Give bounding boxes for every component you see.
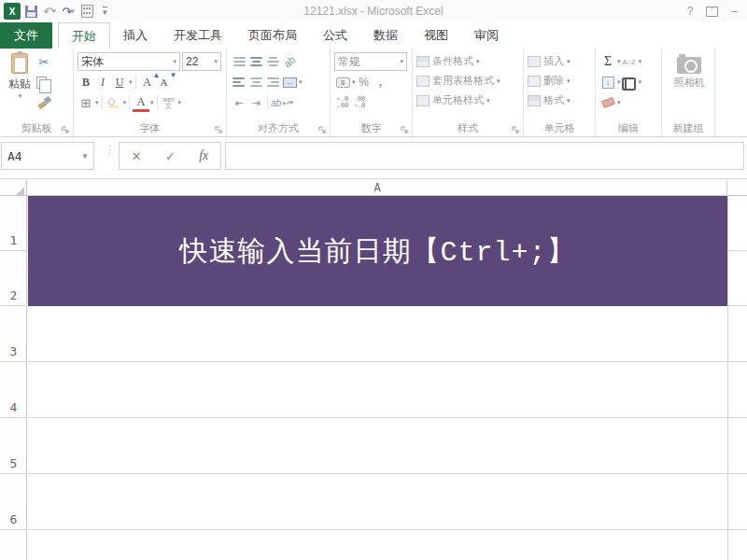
- cancel-button[interactable]: ✕: [132, 149, 142, 163]
- row-header-1[interactable]: 1: [0, 196, 27, 251]
- tab-home[interactable]: 开始: [58, 22, 110, 49]
- ribbon-display-options-button[interactable]: [706, 7, 718, 17]
- clear-dropdown-icon[interactable]: ▾: [617, 99, 621, 106]
- redo-dropdown-icon[interactable]: ▾: [71, 7, 75, 15]
- fill-color-dropdown-icon[interactable]: ▾: [123, 99, 127, 106]
- wrap-dropdown-icon[interactable]: ▾: [290, 99, 294, 106]
- clipboard-dialog-launcher-icon[interactable]: [62, 126, 70, 134]
- row-header-3[interactable]: 3: [0, 306, 27, 362]
- fill-color-button[interactable]: [106, 93, 122, 112]
- undo-dropdown-icon[interactable]: ▾: [52, 7, 56, 15]
- paste-button[interactable]: 粘贴 ▾: [4, 51, 35, 100]
- clear-button[interactable]: [599, 93, 616, 112]
- merge-center-button[interactable]: ↔: [281, 73, 298, 91]
- tab-view[interactable]: 视图: [411, 22, 461, 49]
- find-select-button[interactable]: [621, 73, 638, 91]
- number-format-select[interactable]: 常规▾: [334, 52, 407, 71]
- percent-button[interactable]: %: [356, 73, 373, 91]
- underline-dropdown-icon[interactable]: ▾: [129, 78, 133, 86]
- font-color-button[interactable]: A: [133, 93, 149, 112]
- cut-button[interactable]: ✂: [35, 52, 52, 71]
- group-editing: Σ▾ A↓Z▾ ↓▾ ▾ ▾ 编辑: [596, 49, 662, 136]
- name-box[interactable]: A4 ▼: [1, 142, 94, 170]
- find-dropdown-icon[interactable]: ▾: [639, 78, 642, 86]
- alignment-dialog-launcher-icon[interactable]: [318, 126, 327, 134]
- underline-button[interactable]: U: [111, 73, 128, 91]
- minimize-button[interactable]: –: [731, 5, 738, 18]
- decrease-indent-button[interactable]: ⇤: [231, 93, 247, 112]
- banner-cell-a1[interactable]: 快速输入当前日期【Ctrl+;】: [28, 196, 727, 306]
- font-dialog-launcher-icon[interactable]: [215, 126, 223, 134]
- formula-row: A4 ▼ ⋮ ✕ ✓ fx: [0, 137, 747, 175]
- row-header-6[interactable]: 6: [0, 474, 27, 530]
- italic-button[interactable]: I: [94, 73, 111, 91]
- enter-button[interactable]: ✓: [165, 149, 176, 163]
- align-left-button[interactable]: [231, 73, 247, 91]
- formula-bar-input[interactable]: [225, 142, 744, 170]
- row-header-4[interactable]: 4: [0, 362, 27, 418]
- row-header-5[interactable]: 5: [0, 418, 27, 474]
- tab-data[interactable]: 数据: [360, 22, 411, 49]
- select-all-button[interactable]: [0, 180, 27, 196]
- borders-dropdown-icon[interactable]: ▾: [95, 99, 99, 106]
- conditional-formatting-button[interactable]: 条件格式▾: [416, 51, 521, 71]
- accounting-format-button[interactable]: $: [334, 73, 351, 91]
- sort-dropdown-icon[interactable]: ▾: [639, 58, 642, 65]
- fill-button[interactable]: ↓: [599, 73, 616, 91]
- wrap-text-button[interactable]: ab↩: [271, 93, 289, 112]
- styles-dialog-launcher-icon[interactable]: [512, 126, 520, 134]
- brush-icon: [38, 97, 50, 108]
- tab-review[interactable]: 审阅: [461, 22, 512, 49]
- bold-button[interactable]: B: [78, 73, 94, 91]
- customize-qat-button[interactable]: ▾: [103, 7, 107, 16]
- tab-developer[interactable]: 开发工具: [161, 22, 235, 49]
- format-as-table-button[interactable]: 套用表格格式▾: [416, 71, 521, 91]
- excel-logo-icon[interactable]: X: [4, 2, 21, 21]
- undo-button[interactable]: ↶▾: [41, 2, 58, 21]
- help-button[interactable]: ?: [687, 5, 694, 18]
- column-header-a[interactable]: A: [28, 180, 727, 196]
- number-dialog-launcher-icon[interactable]: [401, 126, 409, 134]
- increase-font-button[interactable]: A▲: [139, 73, 156, 91]
- font-color-dropdown-icon[interactable]: ▾: [150, 99, 154, 106]
- decrease-font-button[interactable]: A▼: [156, 73, 173, 91]
- tab-page-layout[interactable]: 页面布局: [235, 22, 310, 49]
- format-cells-button[interactable]: 格式▾: [528, 91, 593, 110]
- align-top-button[interactable]: [231, 52, 247, 71]
- redo-button[interactable]: ↷▾: [60, 2, 77, 21]
- align-center-button[interactable]: [247, 73, 264, 91]
- delete-cells-button[interactable]: 删除▾: [528, 71, 593, 91]
- phonetic-guide-button[interactable]: wén文: [161, 93, 177, 112]
- save-button[interactable]: [22, 2, 39, 21]
- align-right-button[interactable]: [264, 73, 281, 91]
- format-painter-button[interactable]: [35, 93, 52, 112]
- autosum-button[interactable]: Σ: [599, 52, 616, 71]
- comma-button[interactable]: ,: [373, 73, 389, 91]
- tab-formulas[interactable]: 公式: [310, 22, 360, 49]
- tab-insert[interactable]: 插入: [110, 22, 161, 49]
- cell-styles-button[interactable]: 单元格样式▾: [416, 91, 521, 110]
- tab-file[interactable]: 文件: [0, 22, 52, 49]
- borders-button[interactable]: ⊞: [78, 93, 94, 112]
- copy-button[interactable]: ▾: [35, 73, 52, 91]
- insert-function-button[interactable]: fx: [199, 148, 208, 163]
- cell-grid[interactable]: 快速输入当前日期【Ctrl+;】: [28, 196, 747, 560]
- phonetic-dropdown-icon[interactable]: ▾: [178, 99, 182, 106]
- insert-cells-button[interactable]: 插入▾: [528, 51, 593, 71]
- font-name-select[interactable]: 宋体▾: [78, 52, 180, 71]
- align-middle-button[interactable]: [247, 52, 264, 71]
- camera-button[interactable]: 照相机: [666, 57, 712, 90]
- sort-filter-button[interactable]: A↓Z: [621, 52, 638, 71]
- increase-indent-button[interactable]: ⇥: [247, 93, 264, 112]
- formula-bar-resize-handle[interactable]: ⋮: [105, 147, 115, 153]
- gridline: [28, 473, 747, 474]
- paste-dropdown-icon[interactable]: ▾: [5, 92, 35, 100]
- increase-decimal-button[interactable]: ←.0 .00: [334, 93, 351, 112]
- name-box-dropdown-icon[interactable]: ▼: [81, 152, 89, 161]
- font-size-select[interactable]: 22▾: [182, 52, 221, 71]
- merge-dropdown-icon[interactable]: ▾: [299, 78, 303, 86]
- row-header-2[interactable]: 2: [0, 251, 27, 306]
- align-center-icon: [249, 77, 262, 87]
- calculator-button[interactable]: [78, 2, 95, 21]
- decrease-decimal-button[interactable]: .00 →.0: [351, 93, 368, 112]
